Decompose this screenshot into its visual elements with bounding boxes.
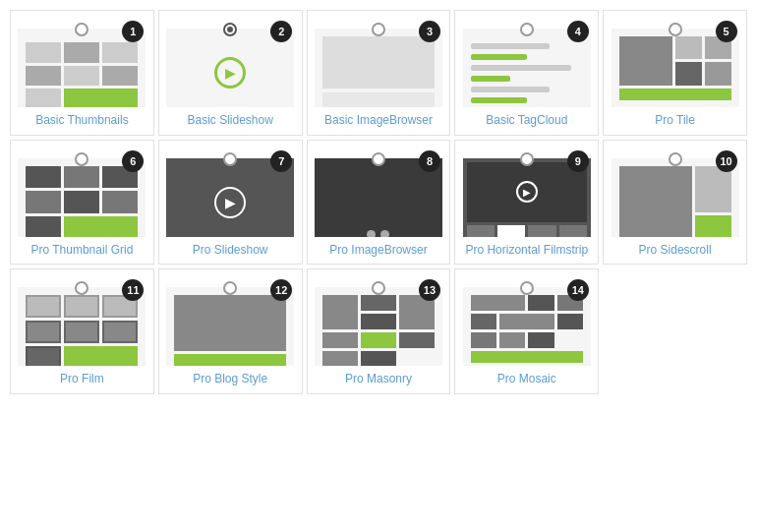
label-9: Pro Horizontal Filmstrip [465, 243, 588, 259]
preview-pro-film: 11 [18, 277, 146, 366]
preview-pro-tile: 5 [611, 19, 739, 107]
radio-7[interactable] [223, 152, 237, 166]
radio-4[interactable] [520, 23, 534, 36]
badge-8: 8 [419, 150, 440, 172]
gallery-item-6[interactable]: 6 Pro Thumbnail Grid [10, 140, 154, 266]
badge-7: 7 [270, 150, 292, 172]
badge-4: 4 [567, 21, 589, 42]
gallery-item-9[interactable]: 9 ▶ Pro Horizontal Filmstrip [454, 140, 599, 266]
preview-basic-imagebrowser: 3 [315, 19, 442, 107]
radio-6[interactable] [75, 152, 88, 166]
label-14: Pro Mosaic [497, 372, 556, 387]
preview-pro-filmstrip: 9 ▶ [463, 148, 591, 237]
label-3: Basic ImageBrowser [324, 113, 433, 129]
preview-pro-mosaic: 14 [463, 277, 591, 366]
preview-basic-thumbnails: 1 [18, 19, 146, 107]
gallery-item-7[interactable]: 7 ▶ Pro Slideshow [158, 140, 303, 266]
radio-8[interactable] [372, 152, 385, 166]
play-icon-7: ▶ [214, 187, 246, 218]
preview-pro-masonry: 13 [315, 277, 442, 366]
badge-9: 9 [567, 150, 589, 172]
gallery-type-grid: 1 Basic Thumbnails 2 ▶ Basic Slideshow 3 [10, 10, 747, 394]
preview-basic-slideshow: 2 ▶ [166, 19, 294, 107]
gallery-item-5[interactable]: 5 Pro Tile [603, 10, 747, 136]
gallery-item-3[interactable]: 3 Basic ImageBrowser [307, 10, 451, 136]
label-12: Pro Blog Style [193, 372, 267, 387]
radio-1[interactable] [75, 23, 88, 36]
play-icon-2: ▶ [214, 57, 246, 89]
preview-pro-slideshow: 7 ▶ [166, 148, 294, 237]
label-5: Pro Tile [655, 113, 695, 129]
badge-14: 14 [567, 279, 589, 301]
radio-14[interactable] [520, 281, 534, 295]
label-10: Pro Sidescroll [639, 243, 712, 259]
gallery-item-13[interactable]: 13 Pro Masonry [307, 268, 451, 394]
radio-11[interactable] [75, 281, 88, 295]
radio-2[interactable] [223, 23, 237, 36]
label-11: Pro Film [60, 372, 104, 387]
gallery-item-10[interactable]: 10 Pro Sidescroll [603, 140, 747, 266]
preview-pro-blog: 12 [166, 277, 294, 366]
label-8: Pro ImageBrowser [329, 243, 427, 259]
gallery-item-8[interactable]: 8 Pro ImageBrowser [307, 140, 451, 266]
label-4: Basic TagCloud [486, 113, 567, 129]
preview-pro-sidescroll: 10 [611, 148, 739, 237]
label-13: Pro Masonry [345, 372, 412, 387]
gallery-item-2[interactable]: 2 ▶ Basic Slideshow [158, 10, 303, 136]
gallery-item-12[interactable]: 12 Pro Blog Style [158, 268, 303, 394]
radio-5[interactable] [669, 23, 682, 36]
radio-9[interactable] [520, 152, 534, 166]
radio-12[interactable] [223, 281, 237, 295]
badge-6: 6 [122, 150, 144, 172]
badge-3: 3 [419, 21, 440, 42]
label-1: Basic Thumbnails [35, 113, 129, 129]
preview-pro-imagebrowser: 8 [315, 148, 442, 237]
badge-5: 5 [716, 21, 737, 42]
radio-10[interactable] [669, 152, 682, 166]
radio-13[interactable] [372, 281, 385, 295]
gallery-item-1[interactable]: 1 Basic Thumbnails [10, 10, 154, 136]
label-6: Pro Thumbnail Grid [30, 243, 133, 259]
label-7: Pro Slideshow [193, 243, 268, 259]
badge-10: 10 [716, 150, 737, 172]
preview-pro-thumbnail-grid: 6 [18, 148, 146, 237]
gallery-item-11[interactable]: 11 Pro Film [10, 268, 154, 394]
badge-13: 13 [419, 279, 440, 301]
radio-3[interactable] [372, 23, 385, 36]
label-2: Basic Slideshow [188, 113, 273, 129]
preview-basic-tagcloud: 4 [463, 19, 591, 107]
gallery-item-14[interactable]: 14 Pro Mosaic [454, 268, 599, 394]
gallery-item-4[interactable]: 4 Basic TagCloud [454, 10, 599, 136]
